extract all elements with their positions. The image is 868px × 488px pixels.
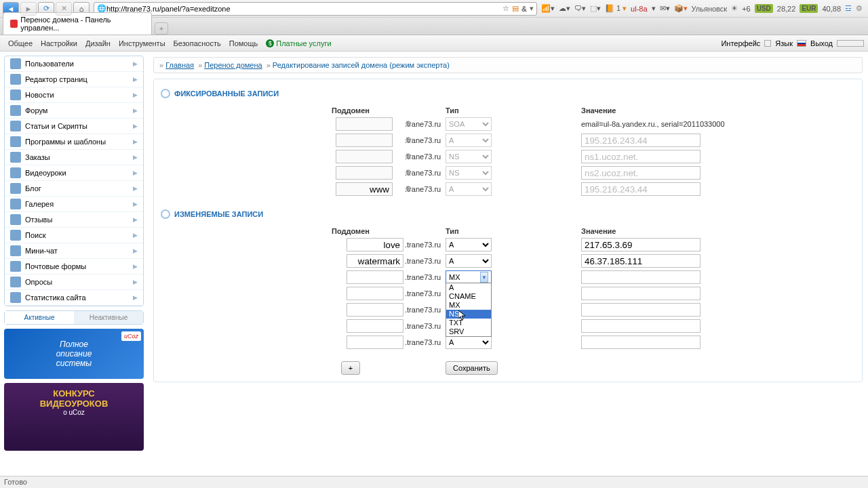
lang-label[interactable]: Язык bbox=[775, 39, 793, 47]
add-row-button[interactable]: + bbox=[341, 361, 360, 375]
type-select[interactable]: A bbox=[446, 238, 492, 251]
tab-inactive[interactable]: Неактивные bbox=[74, 311, 143, 324]
balloon-icon[interactable]: 🗨▾ bbox=[574, 4, 586, 13]
save-button[interactable]: Сохранить bbox=[446, 361, 498, 375]
sidebar-item-10[interactable]: Отзывы▶ bbox=[5, 212, 143, 228]
sidebar-item-label: Блог bbox=[25, 184, 41, 192]
subdomain-input[interactable] bbox=[347, 238, 403, 251]
main-content: » Главная »Перенос домена »Редактировани… bbox=[148, 52, 868, 476]
banner-contest[interactable]: КОНКУРС ВИДЕОУРОКОВ о uCoz bbox=[4, 383, 144, 451]
value-input[interactable] bbox=[581, 319, 701, 333]
sidebar-item-label: Отзывы bbox=[25, 216, 52, 224]
browser-tab[interactable]: Перенос домена - Панель управлен... bbox=[3, 12, 152, 35]
dropdown-option[interactable]: SRV bbox=[446, 327, 491, 336]
sidebar-item-6[interactable]: Заказы▶ bbox=[5, 150, 143, 165]
type-select-open[interactable]: MX▼ bbox=[446, 270, 492, 284]
new-tab-button[interactable]: + bbox=[155, 22, 168, 35]
subdomain-input[interactable] bbox=[347, 303, 403, 317]
value-input[interactable] bbox=[581, 287, 701, 300]
sidebar-item-14[interactable]: Опросы▶ bbox=[5, 274, 143, 290]
breadcrumb-home[interactable]: Главная bbox=[165, 61, 194, 69]
sidebar-item-7[interactable]: Видеоуроки▶ bbox=[5, 165, 143, 181]
app-icon[interactable]: ⬚▾ bbox=[590, 4, 601, 13]
value-input[interactable] bbox=[581, 336, 701, 349]
subdomain-input[interactable] bbox=[347, 287, 403, 300]
signal-icon[interactable]: 📶▾ bbox=[541, 4, 555, 13]
subdomain-input[interactable] bbox=[347, 270, 403, 284]
subdomain-input[interactable] bbox=[347, 336, 403, 349]
feed-icon[interactable]: ▤ bbox=[512, 4, 519, 13]
url-input[interactable] bbox=[106, 5, 502, 13]
fixed-row: ⚙.trane73.ruNS bbox=[161, 148, 855, 165]
dropdown-arrow-icon[interactable]: ▼ bbox=[480, 272, 488, 283]
sidebar-item-1[interactable]: Редактор страниц▶ bbox=[5, 72, 143, 87]
sidebar-item-label: Форум bbox=[25, 106, 47, 115]
cube-icon[interactable]: 📦▾ bbox=[674, 4, 688, 13]
sync-icon[interactable]: ☲ bbox=[845, 4, 852, 13]
menu-settings[interactable]: Настройки bbox=[37, 39, 81, 47]
sidebar-item-12[interactable]: Мини-чат▶ bbox=[5, 243, 143, 259]
domain-suffix: .trane73.ru bbox=[405, 322, 446, 330]
sidebar-item-0[interactable]: Пользователи▶ bbox=[5, 56, 143, 72]
domain-suffix: .trane73.ru bbox=[405, 241, 446, 249]
sidebar-item-label: Пользователи bbox=[25, 60, 74, 68]
menu-paid[interactable]: Платные услуги bbox=[262, 39, 335, 47]
sidebar-item-8[interactable]: Блог▶ bbox=[5, 181, 143, 197]
fixed-row: ⚙.trane73.ruSOAemail=ul-8a.yandex.ru., s… bbox=[161, 116, 855, 132]
type-select[interactable]: A bbox=[446, 254, 492, 268]
zoom-slider[interactable] bbox=[837, 40, 864, 47]
menu-general[interactable]: Общее bbox=[4, 39, 37, 47]
menu-tools[interactable]: Инструменты bbox=[115, 39, 170, 47]
dropdown-option[interactable]: TXT bbox=[446, 319, 491, 327]
sidebar-item-13[interactable]: Почтовые формы▶ bbox=[5, 259, 143, 274]
type-select: NS bbox=[446, 150, 492, 163]
breadcrumb-transfer[interactable]: Перенос домена bbox=[204, 61, 262, 69]
value-text: email=ul-8a.yandex.ru., serial=201103300… bbox=[581, 120, 725, 128]
banner-system-description[interactable]: Полное описание системы uCoz bbox=[4, 329, 144, 379]
rank-badge[interactable]: 📙 1 ▾ bbox=[605, 4, 627, 13]
value-input[interactable] bbox=[581, 254, 701, 268]
address-bar[interactable]: 🌐 ☆ ▤ & ▾ bbox=[94, 2, 537, 16]
sidebar-item-15[interactable]: Статистика сайта▶ bbox=[5, 290, 143, 306]
chevron-right-icon: ▶ bbox=[133, 154, 138, 161]
gear-icon[interactable]: ⚙ bbox=[856, 4, 863, 13]
stop-button[interactable]: ✕ bbox=[56, 2, 72, 16]
dropdown-option[interactable]: CNAME bbox=[446, 292, 491, 301]
mail-icon[interactable]: ✉▾ bbox=[660, 4, 670, 13]
subdomain-input bbox=[336, 117, 393, 131]
dropdown-icon[interactable]: ▾ bbox=[530, 4, 534, 13]
type-select[interactable]: A bbox=[446, 336, 492, 349]
dropdown-option[interactable]: MX bbox=[446, 301, 491, 310]
sidebar-item-4[interactable]: Статьи и Скрипты▶ bbox=[5, 119, 143, 134]
cloud-icon[interactable]: ☁▾ bbox=[559, 4, 570, 13]
iface-toggle-icon[interactable] bbox=[764, 40, 771, 47]
sidebar-item-2[interactable]: Новости▶ bbox=[5, 87, 143, 103]
forward-button[interactable]: ► bbox=[20, 2, 37, 16]
dropdown-option[interactable]: NS bbox=[446, 310, 491, 319]
tab-active[interactable]: Активные bbox=[5, 311, 74, 324]
subdomain-input[interactable] bbox=[347, 319, 403, 333]
value-input[interactable] bbox=[581, 303, 701, 317]
flag-ru-icon[interactable] bbox=[797, 40, 806, 47]
value-input[interactable] bbox=[581, 270, 701, 284]
star-icon[interactable]: ☆ bbox=[502, 4, 509, 13]
amp-icon[interactable]: & bbox=[521, 5, 527, 13]
sidebar-icon bbox=[10, 74, 21, 85]
value-input[interactable] bbox=[581, 238, 701, 251]
subdomain-input[interactable] bbox=[347, 254, 403, 268]
iface-label[interactable]: Интерфейс bbox=[721, 39, 760, 47]
menu-security[interactable]: Безопасность bbox=[170, 39, 225, 47]
sidebar-icon bbox=[10, 230, 21, 241]
exit-link[interactable]: Выход bbox=[810, 39, 833, 47]
sidebar-item-9[interactable]: Галерея▶ bbox=[5, 197, 143, 212]
menu-help[interactable]: Помощь bbox=[225, 39, 262, 47]
domain-suffix: .trane73.ru bbox=[405, 289, 446, 298]
type-select: A bbox=[446, 134, 492, 147]
type-dropdown-list[interactable]: ACNAMEMXNSTXTSRV bbox=[446, 283, 492, 337]
sidebar-item-3[interactable]: Форум▶ bbox=[5, 103, 143, 119]
user-label[interactable]: ul-8a bbox=[631, 5, 647, 13]
menu-design[interactable]: Дизайн bbox=[81, 39, 115, 47]
sidebar-item-5[interactable]: Программы и шаблоны▶ bbox=[5, 134, 143, 150]
dropdown-option[interactable]: A bbox=[446, 283, 491, 292]
sidebar-item-11[interactable]: Поиск▶ bbox=[5, 228, 143, 243]
